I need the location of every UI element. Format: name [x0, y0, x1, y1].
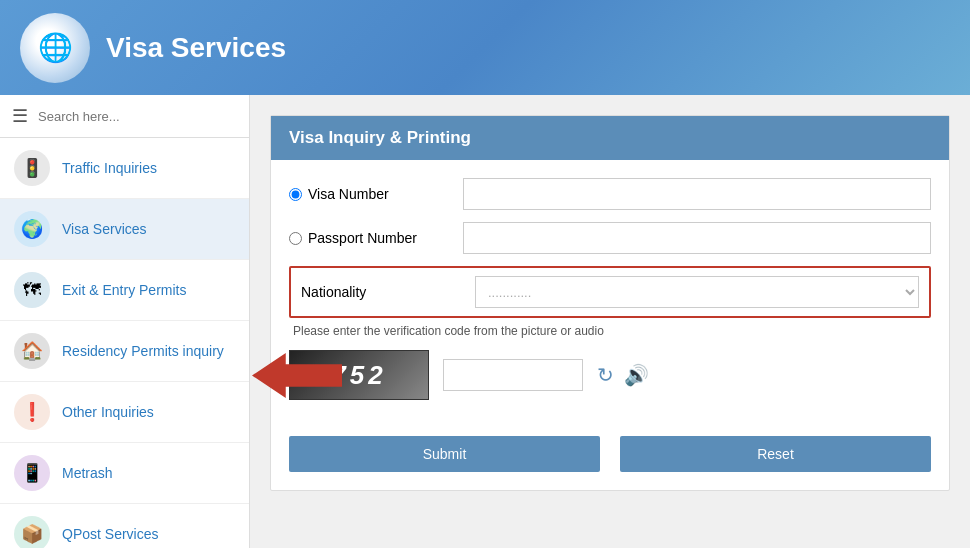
passport-number-input[interactable]	[463, 222, 931, 254]
header: 🌐 Visa Services	[0, 0, 970, 95]
passport-number-radio[interactable]	[289, 232, 302, 245]
logo-icon: 🌐	[38, 31, 73, 64]
sidebar-item-metrash[interactable]: 📱 Metrash	[0, 443, 249, 504]
form-actions: Submit Reset	[271, 426, 949, 490]
nationality-label: Nationality	[301, 284, 461, 300]
sidebar-label-exit: Exit & Entry Permits	[62, 282, 186, 298]
form-card: Visa Inquiry & Printing Visa Number Pass…	[270, 115, 950, 491]
passport-number-row: Passport Number	[289, 222, 931, 254]
sidebar-label-metrash: Metrash	[62, 465, 113, 481]
metrash-icon: 📱	[14, 455, 50, 491]
form-title: Visa Inquiry & Printing	[271, 116, 949, 160]
header-title: Visa Services	[106, 32, 286, 64]
sidebar-search-bar: ☰	[0, 95, 249, 138]
sidebar-label-qpost: QPost Services	[62, 526, 158, 542]
arrow-indicator	[252, 353, 342, 398]
residency-icon: 🏠	[14, 333, 50, 369]
sidebar-label-other: Other Inquiries	[62, 404, 154, 420]
logo: 🌐	[20, 13, 90, 83]
sidebar-label-traffic: Traffic Inquiries	[62, 160, 157, 176]
other-icon: ❗	[14, 394, 50, 430]
visa-number-input[interactable]	[463, 178, 931, 210]
exit-icon: 🗺	[14, 272, 50, 308]
traffic-icon: 🚦	[14, 150, 50, 186]
captcha-input[interactable]	[443, 359, 583, 391]
sidebar-item-traffic[interactable]: 🚦 Traffic Inquiries	[0, 138, 249, 199]
visa-number-label[interactable]: Visa Number	[289, 186, 449, 202]
submit-button[interactable]: Submit	[289, 436, 600, 472]
search-input[interactable]	[38, 109, 237, 124]
sidebar-item-exit[interactable]: 🗺 Exit & Entry Permits	[0, 260, 249, 321]
visa-number-text: Visa Number	[308, 186, 389, 202]
visa-icon: 🌍	[14, 211, 50, 247]
sidebar-item-visa[interactable]: 🌍 Visa Services	[0, 199, 249, 260]
hamburger-icon[interactable]: ☰	[12, 105, 28, 127]
sidebar-label-residency: Residency Permits inquiry	[62, 343, 224, 359]
visa-number-radio[interactable]	[289, 188, 302, 201]
passport-number-text: Passport Number	[308, 230, 417, 246]
refresh-captcha-button[interactable]: ↻	[597, 363, 614, 387]
sidebar: ☰ 🚦 Traffic Inquiries 🌍 Visa Services 🗺 …	[0, 95, 250, 548]
passport-number-label[interactable]: Passport Number	[289, 230, 449, 246]
verification-text: Please enter the verification code from …	[289, 324, 931, 338]
sidebar-label-visa: Visa Services	[62, 221, 147, 237]
nationality-select[interactable]: ............ Qatari Saudi Emirati Other	[475, 276, 919, 308]
main-wrapper: ☰ 🚦 Traffic Inquiries 🌍 Visa Services 🗺 …	[0, 95, 970, 548]
qpost-icon: 📦	[14, 516, 50, 548]
visa-number-row: Visa Number	[289, 178, 931, 210]
sidebar-item-other[interactable]: ❗ Other Inquiries	[0, 382, 249, 443]
captcha-actions: ↻ 🔊	[597, 363, 649, 387]
content-area: Visa Inquiry & Printing Visa Number Pass…	[250, 95, 970, 548]
audio-captcha-button[interactable]: 🔊	[624, 363, 649, 387]
reset-button[interactable]: Reset	[620, 436, 931, 472]
form-body: Visa Number Passport Number Nationality	[271, 160, 949, 426]
sidebar-item-residency[interactable]: 🏠 Residency Permits inquiry	[0, 321, 249, 382]
captcha-row: 752 ↻ 🔊	[289, 350, 931, 400]
nationality-row: Nationality ............ Qatari Saudi Em…	[289, 266, 931, 318]
sidebar-item-qpost[interactable]: 📦 QPost Services	[0, 504, 249, 548]
svg-marker-0	[252, 353, 342, 398]
